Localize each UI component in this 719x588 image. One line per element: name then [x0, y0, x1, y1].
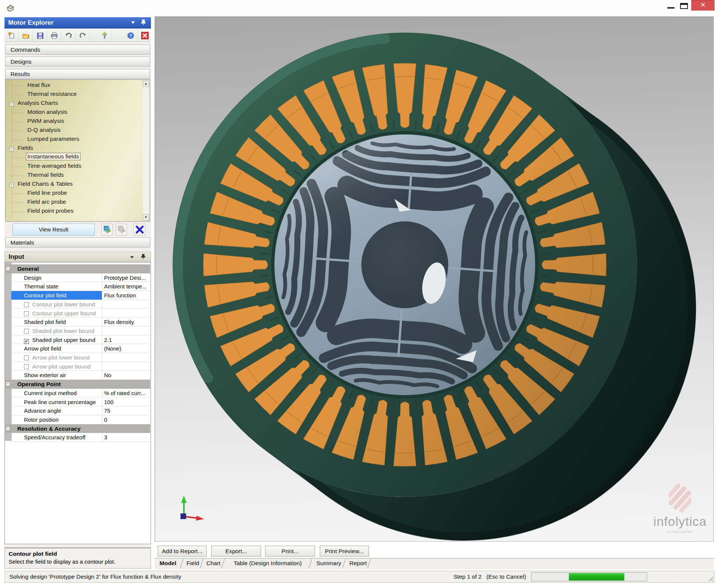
- svg-text:?: ?: [129, 33, 132, 39]
